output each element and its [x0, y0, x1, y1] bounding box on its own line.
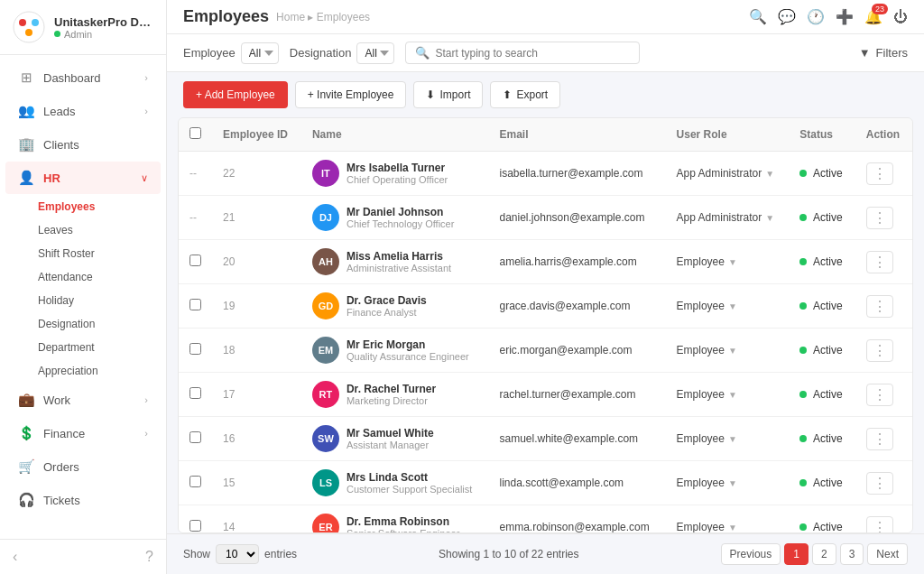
- next-page-button[interactable]: Next: [867, 543, 908, 565]
- page-3-button[interactable]: 3: [840, 543, 864, 565]
- role-dropdown-icon[interactable]: ▼: [728, 301, 737, 311]
- action-menu-button[interactable]: ⋮: [866, 295, 893, 318]
- row-checkbox[interactable]: [189, 255, 201, 266]
- sidebar-item-finance[interactable]: 💲 Finance ›: [5, 417, 161, 449]
- employee-table-body: -- 22 IT Mrs Isabella Turner Chief Opera…: [179, 152, 912, 534]
- invite-employee-button[interactable]: + Invite Employee: [295, 81, 407, 108]
- messages-icon[interactable]: 💬: [778, 8, 796, 25]
- subnav-item-shift-roster[interactable]: Shift Roster: [38, 242, 166, 265]
- status-dot: [799, 479, 807, 486]
- user-role-value: Employee: [677, 521, 725, 533]
- action-menu-button[interactable]: ⋮: [866, 384, 893, 406]
- table-row: 19 GD Dr. Grace Davis Finance Analyst gr…: [179, 284, 912, 329]
- search-icon[interactable]: 🔍: [749, 8, 767, 25]
- power-icon[interactable]: ⏻: [893, 9, 908, 25]
- employee-id-cell: 19: [212, 284, 301, 329]
- sidebar-item-leads[interactable]: 👥 Leads ›: [5, 95, 161, 127]
- add-icon[interactable]: ➕: [836, 8, 854, 25]
- employee-name: Mrs Isabella Turner: [346, 162, 448, 174]
- sidebar-item-orders[interactable]: 🛒 Orders: [5, 450, 161, 483]
- orders-icon: 🛒: [18, 458, 34, 475]
- designation-filter-label: Designation: [290, 46, 352, 60]
- action-menu-button[interactable]: ⋮: [866, 428, 893, 450]
- role-dropdown-icon[interactable]: ▼: [765, 213, 774, 223]
- employee-title: Marketing Director: [346, 395, 436, 406]
- notifications-icon[interactable]: 🔔 23: [864, 8, 882, 25]
- collapse-icon[interactable]: ‹: [13, 549, 17, 565]
- role-dropdown-icon[interactable]: ▼: [728, 434, 737, 444]
- help-icon[interactable]: ?: [145, 549, 153, 565]
- subnav-item-leaves[interactable]: Leaves: [38, 218, 166, 242]
- employee-title: Quality Assurance Engineer: [346, 351, 469, 362]
- action-menu-button[interactable]: ⋮: [866, 516, 893, 534]
- status-value: Active: [813, 388, 843, 401]
- filters-button[interactable]: ▼ Filters: [859, 46, 908, 60]
- action-menu-button[interactable]: ⋮: [866, 251, 893, 273]
- user-role-value: Employee: [677, 344, 725, 356]
- name-content: RT Dr. Rachel Turner Marketing Director: [312, 381, 478, 408]
- add-employee-button[interactable]: + Add Employee: [183, 81, 288, 108]
- role-dropdown-icon[interactable]: ▼: [728, 257, 737, 267]
- sidebar-item-hr[interactable]: 👤 HR ∨: [5, 162, 161, 194]
- name-content: LS Mrs Linda Scott Customer Support Spec…: [312, 469, 478, 496]
- role-dropdown-icon[interactable]: ▼: [728, 346, 737, 356]
- user-role-value: Employee: [677, 388, 725, 401]
- role-dropdown-icon[interactable]: ▼: [728, 390, 737, 400]
- action-menu-button[interactable]: ⋮: [866, 207, 893, 229]
- status-cell: Active: [789, 461, 855, 505]
- search-input[interactable]: [435, 47, 630, 60]
- page-title: Employees: [183, 7, 269, 26]
- select-all-checkbox[interactable]: [189, 127, 201, 139]
- email-cell: eric.morgan@example.com: [489, 329, 666, 373]
- email-cell: samuel.white@example.com: [489, 417, 666, 461]
- designation-filter-select[interactable]: All: [356, 42, 394, 64]
- page-2-button[interactable]: 2: [812, 543, 836, 565]
- action-cell: ⋮: [855, 417, 912, 461]
- row-checkbox-cell: --: [179, 152, 212, 196]
- subnav-item-attendance[interactable]: Attendance: [38, 265, 166, 289]
- action-menu-button[interactable]: ⋮: [866, 339, 893, 362]
- search-box: 🔍: [405, 42, 640, 64]
- sidebar-item-tickets[interactable]: 🎧 Tickets: [5, 484, 161, 516]
- employee-filter-group: Employee All: [183, 42, 279, 64]
- clock-icon[interactable]: 🕐: [807, 8, 825, 25]
- role-dropdown-icon[interactable]: ▼: [728, 478, 737, 488]
- employee-id-cell: 20: [212, 240, 301, 284]
- row-checkbox[interactable]: [189, 476, 201, 487]
- action-menu-button[interactable]: ⋮: [866, 162, 893, 185]
- entries-per-page-select[interactable]: 10 25 50: [216, 544, 259, 564]
- role-dropdown-icon[interactable]: ▼: [765, 169, 774, 179]
- subnav-item-employees[interactable]: Employees: [38, 195, 166, 218]
- sidebar-item-clients[interactable]: 🏢 Clients: [5, 128, 161, 161]
- import-button[interactable]: ⬇ Import: [413, 81, 483, 108]
- svg-point-1: [19, 19, 26, 26]
- chevron-down-icon: ∨: [141, 172, 148, 184]
- user-role-cell: Employee ▼: [666, 329, 790, 373]
- employees-table: Employee ID Name Email User Role Status …: [179, 118, 912, 533]
- subnav-item-department[interactable]: Department: [38, 336, 166, 359]
- employee-title: Finance Analyst: [346, 307, 427, 318]
- status-value: Active: [813, 255, 843, 268]
- subnav-item-appreciation[interactable]: Appreciation: [38, 359, 166, 383]
- subnav-item-holiday[interactable]: Holiday: [38, 289, 166, 312]
- role-dropdown-icon[interactable]: ▼: [728, 523, 737, 532]
- leads-icon: 👥: [18, 103, 34, 119]
- row-checkbox[interactable]: [189, 431, 201, 443]
- prev-page-button[interactable]: Previous: [721, 543, 781, 565]
- employee-name: Mr Daniel Johnson: [346, 206, 454, 218]
- row-checkbox[interactable]: [189, 343, 201, 355]
- row-checkbox[interactable]: [189, 520, 201, 532]
- page-1-button[interactable]: 1: [784, 543, 808, 565]
- action-menu-button[interactable]: ⋮: [866, 472, 893, 495]
- export-button[interactable]: ⬆ Export: [490, 81, 560, 108]
- sidebar-item-work[interactable]: 💼 Work ›: [5, 384, 161, 416]
- employee-filter-select[interactable]: All: [241, 42, 279, 64]
- status-cell: Active: [789, 152, 855, 196]
- sidebar-item-dashboard[interactable]: ⊞ Dashboard ›: [5, 61, 161, 94]
- subnav-item-designation[interactable]: Designation: [38, 312, 166, 336]
- user-role-content: App Administrator ▼: [677, 211, 779, 224]
- name-cell: IT Mrs Isabella Turner Chief Operating O…: [301, 152, 489, 196]
- row-checkbox[interactable]: [189, 387, 201, 399]
- row-checkbox[interactable]: [189, 299, 201, 310]
- export-icon: ⬆: [503, 88, 512, 101]
